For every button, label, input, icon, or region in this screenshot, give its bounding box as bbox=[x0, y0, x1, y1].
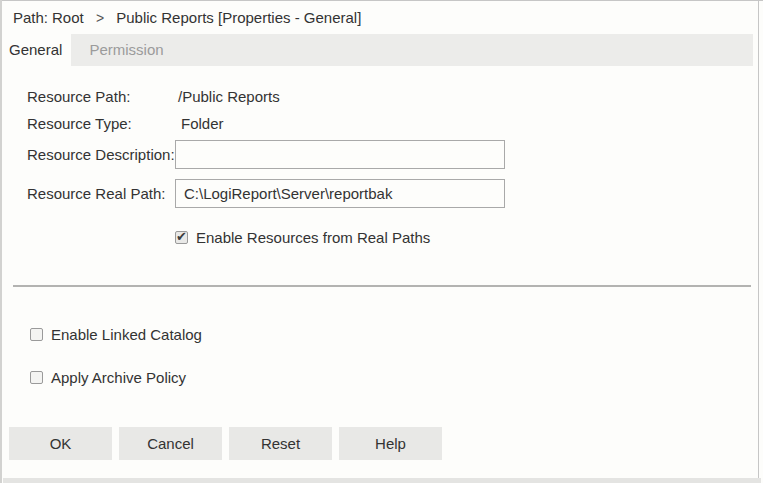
options-section: Enable Linked Catalog Apply Archive Poli… bbox=[0, 326, 763, 386]
resource-description-label: Resource Description: bbox=[27, 146, 175, 163]
tab-bar: General Permission bbox=[0, 34, 753, 66]
enable-resources-label[interactable]: Enable Resources from Real Paths bbox=[196, 229, 430, 246]
chevron-right-icon: > bbox=[96, 10, 104, 26]
page-top-border bbox=[0, 0, 763, 1]
resource-description-row: Resource Description: bbox=[27, 140, 763, 169]
general-form: Resource Path: /Public Reports Resource … bbox=[0, 66, 763, 246]
help-button[interactable]: Help bbox=[339, 427, 442, 460]
resource-type-value: Folder bbox=[175, 115, 224, 132]
breadcrumb-root-link[interactable]: Root bbox=[52, 9, 84, 26]
enable-linked-catalog-checkbox[interactable] bbox=[30, 328, 43, 341]
resource-path-value: /Public Reports bbox=[175, 88, 280, 105]
enable-resources-row: Enable Resources from Real Paths bbox=[175, 229, 763, 246]
resource-description-input[interactable] bbox=[175, 140, 505, 169]
tab-permission[interactable]: Permission bbox=[81, 34, 171, 66]
resource-type-label: Resource Type: bbox=[27, 115, 175, 132]
horizontal-scrollbar[interactable] bbox=[3, 478, 761, 483]
resource-path-row: Resource Path: /Public Reports bbox=[27, 83, 763, 110]
resource-real-path-row: Resource Real Path: bbox=[27, 179, 763, 208]
button-row: OK Cancel Reset Help bbox=[9, 427, 763, 460]
tab-general[interactable]: General bbox=[0, 34, 71, 66]
breadcrumb-path-label: Path: bbox=[13, 9, 48, 26]
resource-real-path-label: Resource Real Path: bbox=[27, 185, 175, 202]
enable-resources-checkbox[interactable] bbox=[175, 231, 188, 244]
apply-archive-policy-row: Apply Archive Policy bbox=[30, 369, 763, 386]
page-right-border bbox=[758, 0, 759, 483]
breadcrumb-current: Public Reports [Properties - General] bbox=[116, 9, 361, 26]
enable-linked-catalog-row: Enable Linked Catalog bbox=[30, 326, 763, 343]
resource-path-label: Resource Path: bbox=[27, 88, 175, 105]
ok-button[interactable]: OK bbox=[9, 427, 112, 460]
properties-page: Path:Root > Public Reports [Properties -… bbox=[0, 0, 763, 483]
page-left-border bbox=[0, 0, 2, 483]
cancel-button[interactable]: Cancel bbox=[119, 427, 222, 460]
resource-type-row: Resource Type: Folder bbox=[27, 110, 763, 137]
section-divider bbox=[13, 285, 751, 287]
apply-archive-policy-label[interactable]: Apply Archive Policy bbox=[51, 369, 186, 386]
resource-real-path-input[interactable] bbox=[175, 179, 505, 208]
enable-linked-catalog-label[interactable]: Enable Linked Catalog bbox=[51, 326, 202, 343]
reset-button[interactable]: Reset bbox=[229, 427, 332, 460]
apply-archive-policy-checkbox[interactable] bbox=[30, 371, 43, 384]
breadcrumb: Path:Root > Public Reports [Properties -… bbox=[0, 0, 763, 34]
